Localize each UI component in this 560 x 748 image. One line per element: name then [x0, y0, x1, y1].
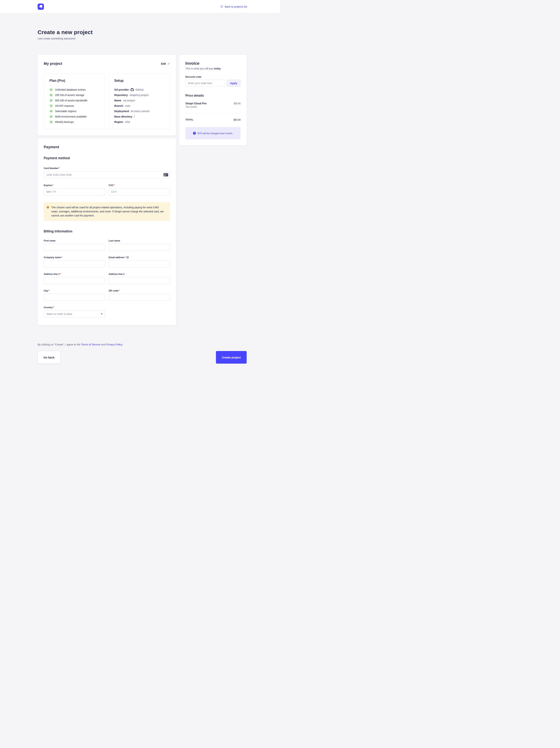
setup-row-base-directory: Base directory /: [114, 115, 164, 118]
expires-input[interactable]: [44, 188, 105, 195]
check-icon: [49, 88, 53, 91]
card-number-label: Card Number: [44, 167, 58, 169]
setup-row-git-provider: Git provider GitHub: [114, 88, 164, 92]
next-month-notice: $75 will be charged next month.: [185, 127, 241, 139]
notice-text: $75 will be charged next month.: [198, 132, 233, 135]
back-to-projects-link[interactable]: Back to projects list: [220, 5, 247, 8]
expires-field: Expires*: [44, 184, 105, 195]
privacy-policy-link[interactable]: Privacy Policy.: [106, 343, 123, 346]
invoice-subtitle: This is what you will pay today: [185, 67, 241, 70]
plan-feature: 1M API requests: [49, 104, 99, 108]
check-icon: [49, 120, 53, 124]
pencil-icon: [167, 63, 170, 65]
city-field: City*: [44, 289, 105, 301]
first-name-input[interactable]: [44, 244, 105, 251]
price-item-amount: $8.04: [234, 102, 241, 105]
setup-list: Git provider GitHub Repository strapi/my…: [114, 88, 164, 124]
total-label: TOTAL: [185, 118, 194, 121]
setup-row-repository: Repository strapi/my-project: [114, 93, 164, 97]
invoice-title: Invoice: [185, 61, 241, 66]
edit-project-button[interactable]: Edit: [161, 62, 170, 65]
plan-title: Plan (Pro): [49, 79, 99, 83]
discount-code-label: Discount code: [185, 76, 241, 78]
chevron-down-icon: [101, 313, 103, 314]
address-line1-field: Address line 1*: [44, 272, 105, 284]
github-icon: [130, 88, 134, 91]
setup-title: Setup: [114, 79, 164, 83]
last-name-field: Last name: [109, 239, 170, 251]
check-icon: [49, 104, 53, 108]
email-field: Email address*: [109, 256, 170, 267]
billing-heading: Billing information: [44, 230, 170, 233]
discount-code-input[interactable]: [185, 80, 225, 87]
price-line-item: Strapi Cloud Pro This month $8.04: [185, 102, 241, 108]
address-line2-input[interactable]: [109, 277, 170, 284]
cvc-input[interactable]: [109, 188, 170, 195]
last-name-input[interactable]: [109, 244, 170, 251]
check-icon: [49, 115, 53, 118]
setup-row-deployment: Deployment At every commit: [114, 109, 164, 113]
plan-feature: Unlimited database entries: [49, 88, 99, 92]
payment-card: Payment Payment method Card Number* Expi…: [38, 138, 176, 325]
go-back-button[interactable]: Go back: [38, 351, 60, 364]
warning-icon: [47, 206, 49, 209]
plan-box: Plan (Pro) Unlimited database entries 25…: [44, 74, 105, 129]
check-icon: [49, 93, 53, 97]
price-item-name: Strapi Cloud Pro: [185, 102, 206, 105]
terms-text: By clicking on "Create", I agree to the …: [38, 343, 247, 346]
card-usage-warning: The chosen card will be used for all pro…: [44, 202, 170, 221]
plan-feature-list: Unlimited database entries 250 GB of ass…: [49, 88, 99, 124]
setup-row-branch: Branch main: [114, 104, 164, 108]
cvc-label: CVC: [109, 184, 114, 187]
strapi-logo-icon: [38, 3, 44, 10]
total-row: TOTAL $8.04: [185, 118, 241, 121]
address-line2-field: Address line 2: [109, 272, 170, 284]
plan-feature: Selectable regions: [49, 109, 99, 113]
setup-row-region: Region USA: [114, 120, 164, 124]
back-link-label: Back to projects list: [225, 5, 247, 8]
card-number-field: Card Number*: [44, 166, 170, 178]
page-subtitle: Lets create something awesome!: [38, 37, 247, 40]
zip-code-input[interactable]: [109, 294, 170, 301]
invoice-card: Invoice This is what you will pay today …: [179, 55, 247, 145]
edit-label: Edit: [161, 62, 166, 65]
project-card-title: My project: [44, 62, 62, 66]
create-project-button[interactable]: Create project: [216, 351, 247, 364]
total-amount: $8.04: [234, 118, 241, 121]
payment-method-heading: Payment method: [44, 156, 170, 160]
price-details-heading: Price details: [185, 94, 241, 97]
page-title: Create a new project: [38, 29, 247, 36]
plan-feature: Weekly backups: [49, 120, 99, 124]
plan-feature: 500 GB of assets bandwidth: [49, 99, 99, 102]
city-input[interactable]: [44, 294, 105, 301]
terms-of-service-link[interactable]: Terms of Service: [81, 343, 100, 346]
check-icon: [49, 99, 53, 102]
setup-row-name: Name my-project: [114, 99, 164, 102]
zip-code-field: ZIP code*: [109, 289, 170, 301]
top-bar: Back to projects list: [0, 0, 280, 13]
my-project-card: My project Edit Plan (Pro) Unlimited dat…: [38, 55, 176, 136]
company-name-input[interactable]: [44, 260, 105, 267]
email-input[interactable]: [109, 260, 170, 267]
main-column: My project Edit Plan (Pro) Unlimited dat…: [38, 55, 176, 325]
first-name-field: First name: [44, 239, 105, 251]
address-line1-input[interactable]: [44, 277, 105, 284]
payment-heading: Payment: [44, 145, 170, 149]
plan-feature: 250 GB of assets storage: [49, 93, 99, 97]
info-icon: [193, 132, 196, 135]
footer: By clicking on "Create", I agree to the …: [38, 343, 247, 378]
email-info-icon: [126, 256, 129, 259]
invoice-divider: [185, 113, 241, 113]
apply-discount-button[interactable]: Apply: [227, 80, 241, 87]
country-select[interactable]: Select or enter a value: [44, 310, 105, 318]
price-item-period: This month: [185, 106, 206, 108]
company-name-field: Company name*: [44, 256, 105, 267]
warning-text: The chosen card will be used for all pro…: [51, 205, 166, 217]
back-arrow-icon: [220, 5, 223, 8]
cvc-field: CVC*: [109, 184, 170, 195]
credit-card-icon: [164, 173, 168, 177]
check-icon: [49, 110, 53, 113]
expires-label: Expires: [44, 184, 52, 187]
country-field: Country* Select or enter a value: [44, 306, 105, 318]
card-number-input[interactable]: [44, 171, 170, 178]
